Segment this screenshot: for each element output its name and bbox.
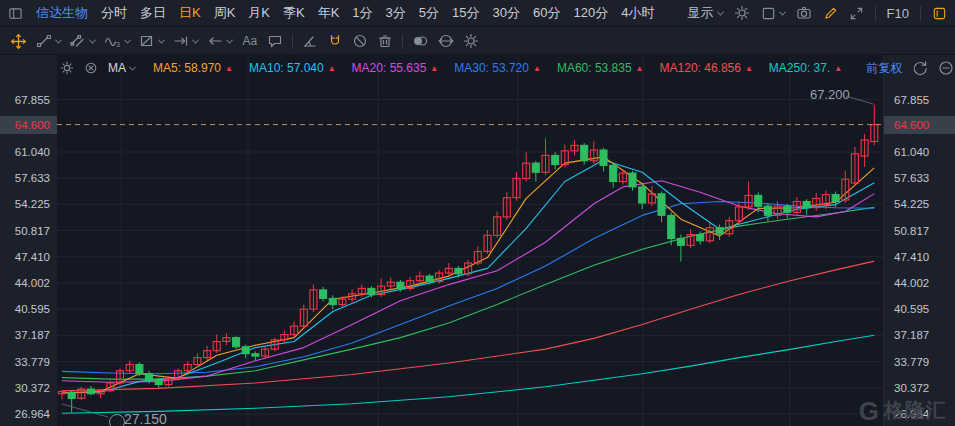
- angle-tool-icon[interactable]: [302, 33, 318, 49]
- price-axis-left[interactable]: 67.85564.60061.04057.63354.22550.81747.4…: [0, 55, 58, 426]
- tab-period[interactable]: 5分: [419, 4, 439, 22]
- tab-period[interactable]: 60分: [533, 4, 560, 22]
- drawing-settings-gear-icon[interactable]: [463, 33, 479, 49]
- tab-period[interactable]: 4小时: [621, 4, 654, 22]
- delete-drawings-icon[interactable]: [377, 33, 393, 49]
- chart-canvas[interactable]: 67.20027.150: [57, 55, 883, 426]
- tab-period[interactable]: 分时: [101, 4, 127, 22]
- axis-label: 57.633: [884, 169, 929, 187]
- extend-line-tool-icon[interactable]: [173, 33, 198, 49]
- chevron-down-icon: [89, 36, 96, 43]
- axis-label: 30.372: [884, 379, 929, 397]
- current-price-label: 64.600: [0, 116, 57, 134]
- chevron-down-icon: [55, 36, 62, 43]
- adjust-mode-button[interactable]: 前复权: [866, 60, 902, 77]
- text-tool-icon[interactable]: Aa: [241, 33, 258, 49]
- ma-indicator[interactable]: MA250: 37.▲: [769, 61, 842, 75]
- up-triangle-icon: ▲: [533, 64, 541, 73]
- news-icon[interactable]: [932, 6, 947, 21]
- chevron-down-icon: [192, 36, 199, 43]
- drawing-toolbar: 3 Aa: [0, 28, 955, 55]
- link-charts-icon[interactable]: [438, 33, 454, 49]
- channel-tool-icon[interactable]: [70, 33, 95, 49]
- up-triangle-icon: ▲: [636, 64, 644, 73]
- reset-zoom-icon[interactable]: [912, 60, 928, 76]
- divider: [402, 34, 403, 49]
- wave-tool-icon[interactable]: 3: [104, 33, 130, 49]
- price-axis-right[interactable]: 67.85564.60061.04057.63354.22550.81747.4…: [883, 55, 955, 426]
- axis-label: 37.187: [0, 326, 57, 344]
- axis-label: 57.633: [0, 169, 57, 187]
- gelonghui-text: 格隆汇: [884, 397, 947, 424]
- ma-indicator[interactable]: MA120: 46.856▲: [660, 61, 753, 75]
- axis-label: 47.410: [0, 248, 57, 266]
- gelonghui-logo-icon: G: [859, 400, 879, 422]
- axis-label: 37.187: [884, 326, 929, 344]
- f10-button[interactable]: F10: [887, 6, 909, 21]
- ma-indicator[interactable]: MA60: 53.835▲: [557, 61, 644, 75]
- tab-period[interactable]: 多日: [140, 4, 166, 22]
- chevron-down-icon: [124, 36, 131, 43]
- fullscreen-icon[interactable]: [849, 6, 864, 21]
- gelonghui-watermark: G 格隆汇: [859, 397, 947, 424]
- layout-select-dropdown[interactable]: [761, 6, 785, 21]
- chevron-down-icon: [129, 63, 136, 70]
- ma-dropdown[interactable]: MA: [108, 61, 135, 75]
- divider: [920, 6, 921, 21]
- ma-settings-gear-icon[interactable]: [60, 61, 74, 75]
- tab-period[interactable]: 3分: [386, 4, 406, 22]
- chart-settings-gear-icon[interactable]: [734, 5, 750, 21]
- ma-close-icon[interactable]: [84, 61, 98, 75]
- up-triangle-icon: ▲: [225, 64, 233, 73]
- tab-period[interactable]: 日K: [179, 4, 201, 22]
- tab-period[interactable]: 季K: [283, 4, 305, 22]
- tab-period[interactable]: 30分: [493, 4, 520, 22]
- move-tool-icon[interactable]: [10, 33, 27, 50]
- axis-label: 30.372: [0, 379, 57, 397]
- tab-period[interactable]: 120分: [573, 4, 608, 22]
- ma-group-label: MA: [108, 61, 126, 75]
- compare-icon[interactable]: [412, 33, 429, 49]
- ma-indicator[interactable]: MA10: 57.040▲: [249, 61, 336, 75]
- axis-label: 47.410: [884, 248, 929, 266]
- tab-period[interactable]: 月K: [248, 4, 270, 22]
- zoom-out-icon[interactable]: [938, 60, 954, 76]
- arrow-left-tool-icon[interactable]: [207, 33, 232, 49]
- current-price-label: 64.600: [884, 116, 955, 134]
- ma-indicator[interactable]: MA5: 58.970▲: [153, 61, 233, 75]
- svg-text:Aa: Aa: [243, 34, 258, 48]
- display-dropdown[interactable]: 显示: [688, 4, 723, 22]
- indicator-bar: MA MA5: 58.970▲MA10: 57.040▲MA20: 55.635…: [60, 57, 950, 79]
- topbar-right: 显示 F10: [688, 4, 947, 22]
- up-triangle-icon: ▲: [430, 64, 438, 73]
- axis-label: 44.002: [0, 274, 57, 292]
- ma-indicator[interactable]: MA30: 53.720▲: [454, 61, 541, 75]
- screenshot-camera-icon[interactable]: [796, 5, 812, 21]
- draw-pencil-icon[interactable]: [823, 6, 838, 21]
- magnet-tool-icon[interactable]: [327, 33, 343, 49]
- stock-chart-window: 信达生物 分时多日日K周K月K季K年K1分3分5分15分30分60分120分4小…: [0, 0, 955, 426]
- period-tabs: 分时多日日K周K月K季K年K1分3分5分15分30分60分120分4小时: [101, 4, 654, 22]
- tab-period[interactable]: 周K: [214, 4, 236, 22]
- axis-label: 40.595: [884, 300, 929, 318]
- tab-period[interactable]: 年K: [318, 4, 340, 22]
- axis-label: 54.225: [0, 195, 57, 213]
- svg-text:27.150: 27.150: [124, 411, 167, 426]
- tab-period[interactable]: 1分: [352, 4, 372, 22]
- chevron-down-icon: [226, 36, 233, 43]
- ma-indicator[interactable]: MA20: 55.635▲: [352, 61, 439, 75]
- gann-box-tool-icon[interactable]: [139, 33, 164, 49]
- stock-symbol[interactable]: 信达生物: [36, 4, 88, 22]
- hide-drawings-icon[interactable]: [352, 33, 368, 49]
- chevron-down-icon: [158, 36, 165, 43]
- trend-line-tool-icon[interactable]: [36, 33, 61, 49]
- comment-tool-icon[interactable]: [267, 33, 283, 49]
- axis-label: 50.817: [0, 222, 57, 240]
- axis-label: 44.002: [884, 274, 929, 292]
- svg-text:3: 3: [116, 41, 120, 48]
- candlestick-chart[interactable]: 67.20027.150: [57, 55, 883, 426]
- axis-label: 61.040: [884, 143, 929, 161]
- svg-text:67.200: 67.200: [810, 87, 850, 102]
- panel-icon[interactable]: [8, 6, 23, 21]
- tab-period[interactable]: 15分: [452, 4, 479, 22]
